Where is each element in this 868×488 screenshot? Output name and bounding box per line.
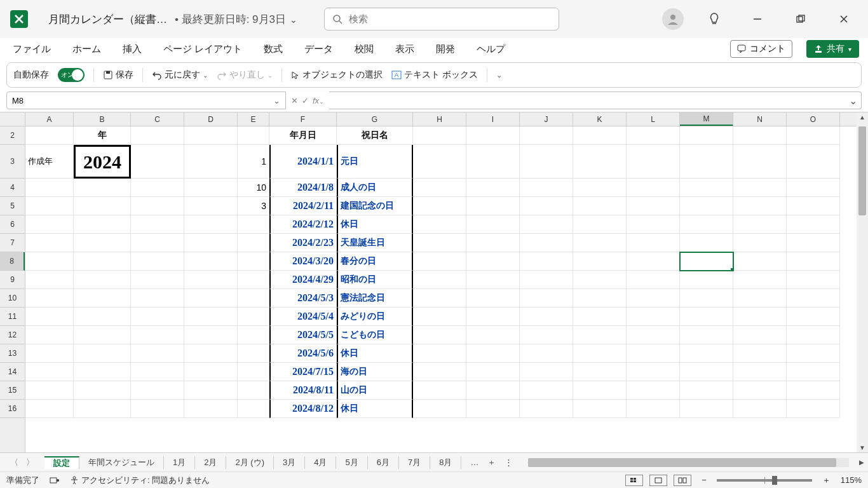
cell[interactable] xyxy=(413,215,466,234)
cell[interactable] xyxy=(74,326,131,344)
cell[interactable] xyxy=(787,326,840,344)
row-header[interactable]: 4 xyxy=(0,179,25,197)
cell[interactable] xyxy=(466,234,520,252)
cell[interactable] xyxy=(131,197,184,215)
cell[interactable]: 2024/2/11 xyxy=(269,197,337,215)
cell[interactable] xyxy=(25,363,74,381)
cell[interactable] xyxy=(413,344,466,363)
cell[interactable] xyxy=(25,215,74,234)
sheet-tab[interactable]: 8月 xyxy=(430,456,461,469)
cell[interactable] xyxy=(733,289,787,308)
cell[interactable] xyxy=(466,308,520,326)
cell[interactable] xyxy=(131,363,184,381)
cell[interactable] xyxy=(184,215,238,234)
cell[interactable] xyxy=(680,271,733,289)
cell[interactable] xyxy=(238,252,269,271)
tab-home[interactable]: ホーム xyxy=(69,41,105,58)
col-header-L[interactable]: L xyxy=(627,112,680,126)
col-header-O[interactable]: O xyxy=(787,112,840,126)
cell[interactable] xyxy=(733,381,787,400)
col-header-M[interactable]: M xyxy=(680,112,733,126)
qat-overflow-button[interactable]: ⌄ xyxy=(496,71,502,79)
cell[interactable] xyxy=(74,363,131,381)
cell[interactable] xyxy=(733,252,787,271)
row-header[interactable]: 9 xyxy=(0,271,25,289)
col-header-B[interactable]: B xyxy=(74,112,131,126)
cell[interactable] xyxy=(787,308,840,326)
cell[interactable] xyxy=(573,289,627,308)
cell[interactable] xyxy=(680,145,733,179)
chevron-down-icon[interactable]: ⌄ xyxy=(273,96,280,105)
cell[interactable] xyxy=(238,308,269,326)
cell[interactable]: みどりの日 xyxy=(337,308,413,326)
cell[interactable] xyxy=(627,145,680,179)
cell[interactable] xyxy=(131,289,184,308)
cell[interactable] xyxy=(573,234,627,252)
row-headers[interactable]: 2 3 4 5 6 7 8 9 10 11 12 13 14 15 16 xyxy=(0,126,25,452)
cell[interactable]: 10 xyxy=(238,179,269,197)
cell[interactable] xyxy=(680,289,733,308)
cell[interactable] xyxy=(520,145,573,179)
cell[interactable]: 1 xyxy=(238,145,269,179)
cell[interactable] xyxy=(733,197,787,215)
cell[interactable] xyxy=(787,252,840,271)
cell[interactable] xyxy=(520,400,573,418)
zoom-in-button[interactable]: ＋ xyxy=(822,475,831,486)
comments-button[interactable]: コメント xyxy=(730,40,792,58)
cell[interactable] xyxy=(131,252,184,271)
sheet-tab[interactable]: 2月 xyxy=(195,456,226,469)
cell[interactable] xyxy=(733,271,787,289)
col-header-J[interactable]: J xyxy=(520,112,573,126)
cell[interactable] xyxy=(787,344,840,363)
row-header[interactable]: 11 xyxy=(0,308,25,326)
cell[interactable]: 山の日 xyxy=(337,381,413,400)
cell[interactable] xyxy=(238,271,269,289)
cell[interactable] xyxy=(520,179,573,197)
cell[interactable] xyxy=(466,271,520,289)
page-break-view-button[interactable] xyxy=(674,475,691,486)
col-header-D[interactable]: D xyxy=(184,112,238,126)
cell[interactable] xyxy=(466,363,520,381)
cell[interactable] xyxy=(680,126,733,145)
cell[interactable] xyxy=(573,197,627,215)
cell[interactable] xyxy=(787,234,840,252)
cell[interactable] xyxy=(131,308,184,326)
cell[interactable]: 昭和の日 xyxy=(337,271,413,289)
expand-formula-icon[interactable]: ⌄ xyxy=(849,95,857,107)
cell[interactable]: 天皇誕生日 xyxy=(337,234,413,252)
text-box-button[interactable]: A テキスト ボックス xyxy=(391,69,478,81)
row-header[interactable]: 12 xyxy=(0,326,25,344)
cell[interactable] xyxy=(184,289,238,308)
cell[interactable] xyxy=(131,145,184,179)
cell[interactable] xyxy=(131,400,184,418)
cell[interactable] xyxy=(413,179,466,197)
cell[interactable] xyxy=(184,326,238,344)
cell[interactable] xyxy=(787,126,840,145)
cell[interactable]: 年 xyxy=(74,126,131,145)
cell[interactable] xyxy=(413,400,466,418)
row-header[interactable]: 16 xyxy=(0,400,25,418)
cell[interactable] xyxy=(627,215,680,234)
tab-insert[interactable]: 挿入 xyxy=(119,41,146,58)
macro-record-icon[interactable] xyxy=(50,476,60,485)
cell[interactable] xyxy=(787,215,840,234)
cell[interactable] xyxy=(627,289,680,308)
cell[interactable] xyxy=(238,381,269,400)
cell[interactable] xyxy=(680,400,733,418)
col-header-H[interactable]: H xyxy=(413,112,466,126)
cell[interactable] xyxy=(573,326,627,344)
cell[interactable] xyxy=(184,145,238,179)
cell[interactable] xyxy=(573,400,627,418)
cell[interactable] xyxy=(466,215,520,234)
cell[interactable] xyxy=(733,179,787,197)
sheet-more-button[interactable]: … xyxy=(470,458,478,467)
col-header-C[interactable]: C xyxy=(131,112,184,126)
help-lightbulb-icon[interactable] xyxy=(702,12,727,26)
cell[interactable] xyxy=(680,344,733,363)
cell[interactable] xyxy=(573,381,627,400)
last-saved-label[interactable]: • 最終更新日時: 9月3日 ⌄ xyxy=(175,12,297,27)
cell[interactable] xyxy=(787,381,840,400)
cell[interactable] xyxy=(413,271,466,289)
cell[interactable] xyxy=(733,126,787,145)
zoom-level[interactable]: 115% xyxy=(841,475,862,485)
